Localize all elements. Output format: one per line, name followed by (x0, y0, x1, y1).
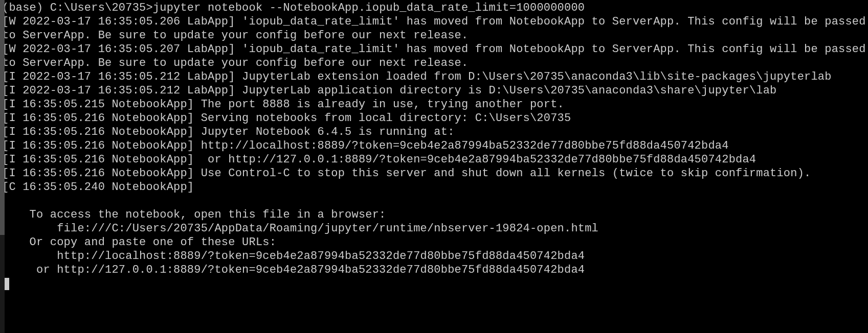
log-line: [I 16:35:05.216 NotebookApp] Use Control… (2, 167, 811, 180)
log-line: file:///C:/Users/20735/AppData/Roaming/j… (2, 222, 598, 235)
log-line: [I 16:35:05.216 NotebookApp] http://loca… (2, 139, 729, 152)
log-line: [I 16:35:05.216 NotebookApp] Serving not… (2, 112, 571, 125)
log-line: [C 16:35:05.240 NotebookApp] (2, 181, 194, 194)
command-text: jupyter notebook --NotebookApp.iopub_dat… (153, 2, 585, 14)
terminal-output[interactable]: (base) C:\Users\20735>jupyter notebook -… (0, 0, 868, 291)
log-line: [I 16:35:05.216 NotebookApp] Jupyter Not… (2, 126, 455, 138)
log-line: [I 16:35:05.215 NotebookApp] The port 88… (2, 98, 564, 111)
log-line: Or copy and paste one of these URLs: (2, 236, 276, 249)
log-line: [I 2022-03-17 16:35:05.212 LabApp] Jupyt… (2, 70, 832, 83)
prompt: (base) C:\Users\20735> (2, 2, 153, 14)
scrollbar-track[interactable] (0, 0, 5, 333)
scrollbar-thumb[interactable] (0, 0, 5, 235)
log-line: [W 2022-03-17 16:35:05.207 LabApp] 'iopu… (2, 43, 868, 69)
log-line: [I 2022-03-17 16:35:05.212 LabApp] Jupyt… (2, 84, 776, 97)
log-line: [I 16:35:05.216 NotebookApp] or http://1… (2, 153, 756, 166)
log-line: To access the notebook, open this file i… (2, 208, 386, 221)
log-line: or http://127.0.0.1:8889/?token=9ceb4e2a… (2, 264, 585, 276)
log-line: http://localhost:8889/?token=9ceb4e2a879… (2, 250, 585, 263)
log-line: [W 2022-03-17 16:35:05.206 LabApp] 'iopu… (2, 15, 868, 42)
